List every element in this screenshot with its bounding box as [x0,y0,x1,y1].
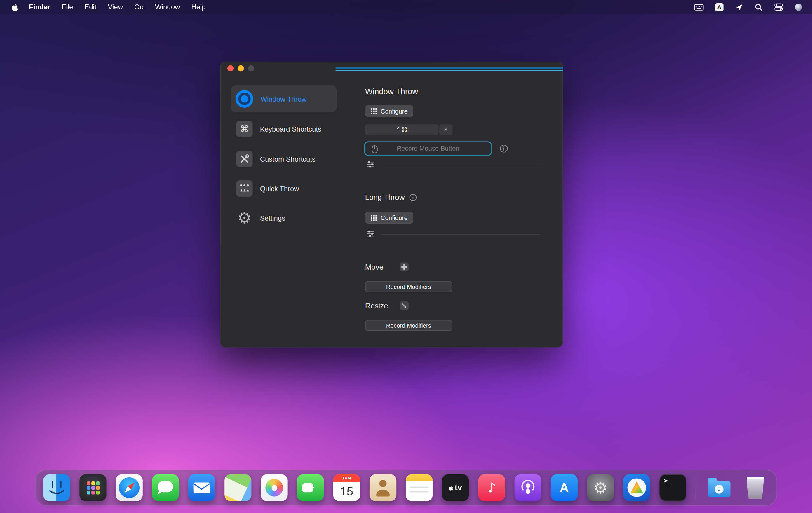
dock-icon-notes[interactable] [406,474,433,501]
gear-icon: ⚙ [236,210,253,227]
notes-header [406,474,433,481]
dock-icon-calendar[interactable]: JAN 15 [333,474,360,501]
app-window: Window Throw ⌘ Keyboard Shortcuts Custom… [220,62,563,347]
dock-icon-safari[interactable] [116,474,143,501]
sidebar-item-keyboard-shortcuts[interactable]: ⌘ Keyboard Shortcuts [231,116,337,142]
dock-icon-system-preferences[interactable]: ⚙ [587,474,614,501]
resize-icon [400,301,409,310]
dock-icon-terminal[interactable]: >_ [659,474,686,501]
input-source-icon[interactable]: A [715,3,723,11]
gear-icon: ⚙ [593,480,608,496]
header-stripe-teal [336,70,563,71]
menu-file[interactable]: File [56,0,79,14]
apple-logo-icon [11,3,18,11]
move-title-row: Move [365,263,383,271]
keyboard-icon[interactable] [694,3,704,11]
command-icon: ⌘ [236,121,253,137]
sidebar-item-custom-shortcuts[interactable]: Custom Shortcuts [231,146,337,173]
location-icon[interactable] [735,3,743,11]
info-icon[interactable] [409,193,417,201]
dock-icon-messages[interactable] [152,474,179,501]
dock: JAN 15 tv ♪ A ⚙ [35,470,777,506]
grid-icon [371,214,377,221]
podcasts-glyph [515,474,542,501]
menu-bar-status: A [694,3,812,11]
tools-icon [236,151,253,167]
sliders-icon[interactable] [367,161,375,168]
contacts-person-body [376,490,390,496]
window-app-prism [623,474,650,501]
window-throw-configure-button[interactable]: Configure [365,105,413,117]
dock-icon-finder[interactable] [43,474,70,501]
shortcut-field[interactable]: ^⌘ [365,124,439,135]
configure-label: Configure [381,214,407,221]
spotlight-search-icon[interactable] [754,3,763,11]
dock-icon-podcasts[interactable] [515,474,542,501]
sidebar-item-label: Custom Shortcuts [260,155,316,163]
input-source-label: A [715,3,723,11]
control-center-icon[interactable] [774,3,783,11]
apple-menu[interactable] [7,3,23,11]
menu-bar-left: Finder File Edit View Go Window Help [0,0,211,14]
trash-bin [746,477,765,499]
info-icon[interactable] [500,145,508,153]
record-mouse-button[interactable]: Record Mouse Button [364,141,492,156]
close-button[interactable] [227,65,233,71]
menu-help[interactable]: Help [185,0,211,14]
siri-icon[interactable] [794,3,803,11]
apple-logo-icon [449,485,454,491]
move-record-modifiers-button[interactable]: Record Modifiers [365,281,452,292]
dock-separator [696,474,696,501]
dock-icon-app-store[interactable]: A [551,474,578,501]
sidebar-item-label: Quick Throw [260,185,299,192]
download-arrow-icon: ↓ [715,485,723,493]
menu-view[interactable]: View [102,0,129,14]
photos-pinwheel [265,479,283,496]
notes-line [410,491,429,492]
move-icon [400,263,409,271]
resize-title-row: Resize [365,302,388,310]
zoom-button[interactable] [248,65,254,71]
dock-icon-facetime[interactable] [297,474,324,501]
menu-edit[interactable]: Edit [79,0,102,14]
sidebar-item-quick-throw[interactable]: Quick Throw [231,175,337,202]
finder-face [43,474,70,501]
long-throw-configure-button[interactable]: Configure [365,212,413,224]
resize-title: Resize [365,302,388,310]
dock-icon-mail[interactable] [188,474,215,501]
dock-icon-trash[interactable] [742,474,769,501]
dock-icon-launchpad[interactable] [79,474,106,501]
grid-icon [371,108,377,114]
dock-icon-tv[interactable]: tv [442,474,469,501]
launchpad-grid [87,481,90,485]
dock-icon-photos[interactable] [261,474,288,501]
quick-throw-icon [236,180,253,197]
sidebar-item-label: Keyboard Shortcuts [260,125,321,133]
move-title: Move [365,263,383,271]
configure-label: Configure [381,108,407,115]
clear-shortcut-button[interactable]: × [439,124,453,135]
menu-bar: Finder File Edit View Go Window Help A [0,0,812,14]
dock-icon-downloads[interactable]: ↓ [705,474,732,501]
dock-icon-window-app[interactable] [623,474,650,501]
sidebar-item-settings[interactable]: ⚙ Settings [231,205,337,232]
dock-icon-maps[interactable] [225,474,251,501]
dock-icon-contacts[interactable] [370,474,396,501]
window-throw-title: Window Throw [365,87,418,96]
sidebar-item-window-throw[interactable]: Window Throw [231,86,337,112]
app-store-glyph: A [559,480,569,495]
resize-record-modifiers-button[interactable]: Record Modifiers [365,320,452,331]
menu-go[interactable]: Go [129,0,149,14]
calendar-day-label: 15 [333,482,360,501]
tv-label: tv [455,483,462,493]
sidebar-item-label: Window Throw [260,95,307,103]
traffic-lights [227,65,254,71]
downloads-folder: ↓ [707,481,730,497]
dock-icon-music[interactable]: ♪ [478,474,505,501]
minimize-button[interactable] [238,65,244,71]
notes-line [410,487,429,488]
sliders-icon[interactable] [367,231,375,237]
app-menu-finder[interactable]: Finder [23,0,56,14]
long-throw-title-row: Long Throw [365,193,417,201]
menu-window[interactable]: Window [149,0,185,14]
